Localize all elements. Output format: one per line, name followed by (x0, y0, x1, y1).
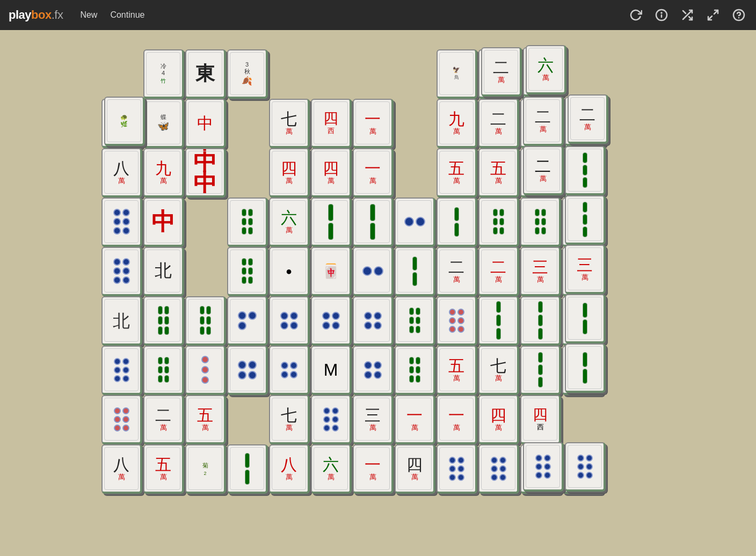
tile[interactable] (185, 296, 226, 346)
tile[interactable] (353, 296, 394, 346)
tile[interactable] (565, 343, 606, 393)
tile[interactable]: 四萬 (395, 444, 435, 494)
tile[interactable] (101, 395, 142, 444)
tile[interactable]: 六萬 (526, 45, 566, 94)
nav-continue[interactable]: Continue (110, 10, 144, 20)
tile[interactable] (101, 346, 142, 395)
tile[interactable]: 蝶🦋 (143, 99, 184, 148)
tile[interactable]: 三萬 (353, 395, 394, 444)
tile[interactable] (227, 346, 268, 395)
tile[interactable] (395, 346, 435, 395)
nav-new[interactable]: New (80, 10, 97, 20)
tile[interactable]: 四西 (311, 99, 352, 148)
tile[interactable] (437, 444, 477, 494)
tile[interactable]: M (311, 346, 352, 395)
tile[interactable] (565, 146, 606, 195)
tile[interactable]: 中 (185, 99, 226, 148)
tile[interactable]: 菊2 (185, 444, 226, 494)
tile[interactable] (520, 346, 561, 395)
tile[interactable] (353, 346, 394, 395)
tile[interactable] (101, 247, 142, 296)
tile[interactable] (395, 247, 435, 296)
tile[interactable] (478, 197, 519, 247)
tile[interactable]: 二萬 (523, 146, 564, 195)
tile[interactable] (520, 296, 561, 346)
tile[interactable] (520, 197, 561, 247)
tile[interactable] (565, 195, 606, 245)
tile[interactable]: ● (269, 247, 310, 296)
tile[interactable]: 二萬 (143, 395, 184, 444)
tile[interactable]: 七萬 (269, 395, 310, 444)
tile[interactable] (523, 442, 564, 492)
tile[interactable]: 七萬 (478, 346, 519, 395)
tile[interactable] (478, 296, 519, 346)
tile[interactable]: 九萬 (437, 99, 477, 148)
tile[interactable] (185, 346, 226, 395)
tile[interactable] (311, 296, 352, 346)
tile[interactable]: 八萬 (101, 148, 142, 197)
tile[interactable] (565, 294, 606, 343)
tile[interactable]: 二萬 (437, 247, 477, 296)
tile[interactable]: 六萬 (311, 444, 352, 494)
tile[interactable] (437, 296, 477, 346)
tile[interactable] (143, 296, 184, 346)
tile[interactable] (227, 197, 268, 247)
tile[interactable]: 北 (101, 296, 142, 346)
tile[interactable]: 🐢🌿 (104, 97, 145, 146)
tile[interactable]: 四萬 (311, 148, 352, 197)
tile[interactable]: 一萬 (437, 395, 477, 444)
tile[interactable]: 三萬 (520, 247, 561, 296)
tile[interactable] (227, 296, 268, 346)
tile[interactable] (227, 247, 268, 296)
tile[interactable]: 五萬 (478, 148, 519, 197)
tile[interactable]: 二萬 (481, 47, 522, 97)
tile[interactable] (227, 444, 268, 494)
tile[interactable] (101, 197, 142, 247)
tile[interactable]: 七萬 (269, 99, 310, 148)
tile[interactable]: 中中 (185, 148, 226, 197)
tile[interactable]: 五萬 (143, 444, 184, 494)
tile[interactable] (143, 346, 184, 395)
tile[interactable] (353, 247, 394, 296)
tile[interactable]: 八萬 (269, 444, 310, 494)
tile[interactable]: 北 (143, 247, 184, 296)
tile[interactable] (437, 197, 477, 247)
tile[interactable]: 五萬 (437, 346, 477, 395)
tile[interactable]: 一萬 (395, 395, 435, 444)
tile[interactable]: 六萬 (269, 197, 310, 247)
tile[interactable]: 八萬 (101, 444, 142, 494)
tile[interactable]: 中 (143, 197, 184, 247)
tile[interactable]: 一萬 (353, 444, 394, 494)
refresh-icon[interactable] (627, 6, 644, 24)
tile[interactable]: 四西 (520, 395, 561, 444)
tile[interactable]: 一萬 (353, 148, 394, 197)
help-icon[interactable] (730, 6, 747, 24)
tile[interactable]: 五萬 (437, 148, 477, 197)
tile[interactable] (311, 197, 352, 247)
tile[interactable] (478, 444, 519, 494)
tile[interactable]: 二萬 (568, 94, 608, 144)
info-icon[interactable] (653, 6, 670, 24)
tile[interactable] (311, 395, 352, 444)
tile[interactable]: 二萬 (478, 247, 519, 296)
tile[interactable] (565, 442, 606, 492)
tile[interactable]: 🦅鳥 (437, 49, 477, 99)
shuffle-icon[interactable] (679, 6, 696, 24)
tile[interactable]: 四萬 (478, 395, 519, 444)
tile[interactable]: 五萬 (185, 395, 226, 444)
tile[interactable] (269, 296, 310, 346)
fullscreen-icon[interactable] (704, 6, 722, 24)
tile[interactable]: 四萬 (269, 148, 310, 197)
tile[interactable]: 冷4竹 (143, 49, 184, 99)
tile[interactable] (395, 197, 435, 247)
tile[interactable] (269, 346, 310, 395)
tile[interactable]: 二萬 (523, 97, 564, 146)
tile[interactable]: 九萬 (143, 148, 184, 197)
tile[interactable]: 🀄 (311, 247, 352, 296)
tile[interactable] (353, 197, 394, 247)
tile[interactable]: 3秋🍂 (227, 49, 268, 99)
tile[interactable]: 二萬 (478, 99, 519, 148)
tile[interactable]: 東 (185, 49, 226, 99)
tile[interactable]: 一萬 (353, 99, 394, 148)
tile[interactable]: 三萬 (565, 245, 606, 294)
